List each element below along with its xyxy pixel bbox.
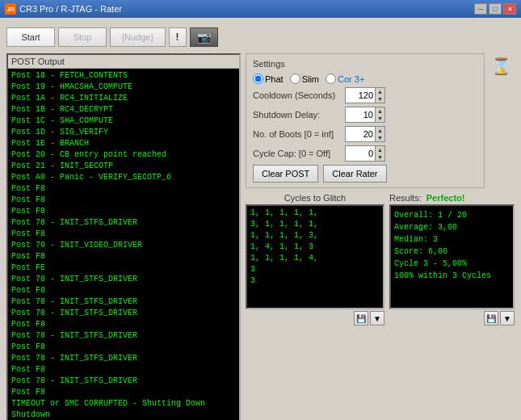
cooldown-input[interactable] xyxy=(346,88,375,103)
boots-label: No. of Boots [0 = inf] xyxy=(253,129,342,139)
boots-down[interactable]: ▼ xyxy=(375,134,384,141)
clear-post-button[interactable]: Clear POST xyxy=(253,165,318,183)
cycles-footer: 💾 ▼ xyxy=(246,309,384,327)
post-line: Post F8 xyxy=(11,251,236,262)
cycle-line: 1, 1, 1, 1, 4, xyxy=(250,253,380,264)
results-save-button[interactable]: 💾 xyxy=(484,311,498,326)
shutdown-spinner: ▲ ▼ xyxy=(375,107,384,122)
results-footer: 💾 ▼ xyxy=(389,309,515,327)
cyclecap-label: Cycle Cap: [0 = Off] xyxy=(253,149,342,158)
cyclecap-row: Cycle Cap: [0 = Off] ▲ ▼ xyxy=(253,145,477,162)
close-button[interactable]: ✕ xyxy=(503,3,516,15)
post-line: Post F8 xyxy=(11,364,236,376)
cycle-line: 3 xyxy=(250,264,380,275)
results-scroll-button[interactable]: ▼ xyxy=(500,311,515,326)
post-line: Post 1D - SIG_VERIFY xyxy=(11,127,236,138)
cooldown-input-wrapper: ▲ ▼ xyxy=(345,87,385,103)
post-line: Post F8 xyxy=(11,285,236,296)
app-icon: JR xyxy=(5,3,16,15)
post-line: Post F8 xyxy=(11,319,236,330)
post-line: Post F8 xyxy=(11,342,236,353)
post-line: Post 78 - INIT_STFS_DRIVER xyxy=(11,330,236,342)
cooldown-up[interactable]: ▲ xyxy=(375,88,384,95)
boots-up[interactable]: ▲ xyxy=(375,127,384,134)
cycle-line: 1, 1, 1, 1, 3, xyxy=(250,230,380,242)
shutdown-down[interactable]: ▼ xyxy=(375,115,384,122)
post-output-panel: POST Output Post 18 - FETCH_CONTENTSPost… xyxy=(6,53,241,420)
shutdown-label: Shutdown Delay: xyxy=(253,110,342,120)
cyclecap-down[interactable]: ▼ xyxy=(375,153,384,161)
boots-row: No. of Boots [0 = inf] ▲ ▼ xyxy=(253,126,477,142)
title-bar: JR CR3 Pro / R-JTAG - Rater ─ □ ✕ xyxy=(0,0,521,18)
result-line: Cycle 3 - 5,00% xyxy=(394,258,510,270)
result-line: Score: 6,00 xyxy=(394,246,510,258)
post-line: TIMEOUT or SMC CORRUPTED - Shutting Down xyxy=(11,398,236,410)
lower-area: POST Output Post 18 - FETCH_CONTENTSPost… xyxy=(6,53,515,420)
toolbar: Start Stop [Nudge] ! 📷 xyxy=(6,24,515,50)
cyclecap-spinner: ▲ ▼ xyxy=(375,146,384,161)
post-line: Post 1E - BRANCH xyxy=(11,138,236,149)
cycles-panel: Cycles to Glitch 1, 1, 1, 1, 1,3, 1, 1, … xyxy=(246,193,384,327)
post-line: Post 21 - INIT_SECOTP xyxy=(11,161,236,172)
cycles-save-button[interactable]: 💾 xyxy=(354,311,368,326)
cyclecap-up[interactable]: ▲ xyxy=(375,146,384,153)
result-line: Median: 3 xyxy=(394,233,510,246)
post-line: Post 78 - INIT_STFS_DRIVER xyxy=(11,353,236,364)
post-line: Post 20 - CB entry point reached xyxy=(11,149,236,161)
cooldown-label: Cooldown (Seconds) xyxy=(253,90,342,100)
stop-button[interactable]: Stop xyxy=(58,27,107,47)
post-line: Post 78 - INIT_STFS_DRIVER xyxy=(11,217,236,229)
cycles-scroll-button[interactable]: ▼ xyxy=(370,311,384,326)
settings-title: Settings xyxy=(253,59,477,69)
action-buttons-row: Clear POST Clear Rater xyxy=(253,165,477,183)
post-line: Post 1A - RC4_INITIALIZE xyxy=(11,93,236,104)
radio-row: Phat Slim Cor 3+ xyxy=(253,74,477,84)
hourglass-icon: ⌛ xyxy=(491,57,511,76)
results-panel: Results: Perfecto! Overall: 1 / 20Averag… xyxy=(389,193,515,327)
post-line: Post 1B - RC4_DECRYPT xyxy=(11,104,236,116)
post-line: Post 1C - SHA_COMPUTE xyxy=(11,116,236,127)
post-line: Post 19 - HMACSHA_COMPUTE xyxy=(11,82,236,93)
cycles-content[interactable]: 1, 1, 1, 1, 1,3, 1, 1, 1, 1,1, 1, 1, 1, … xyxy=(246,204,384,309)
nudge-button[interactable]: [Nudge] xyxy=(110,27,166,47)
radio-cor3[interactable]: Cor 3+ xyxy=(326,74,364,84)
post-output-content[interactable]: Post 18 - FETCH_CONTENTSPost 19 - HMACSH… xyxy=(8,69,239,420)
cycle-line: 3 xyxy=(250,275,380,287)
post-line: Shutdown xyxy=(11,410,236,420)
cyclecap-input-wrapper: ▲ ▼ xyxy=(345,145,385,162)
cycle-line: 3, 1, 1, 1, 1, xyxy=(250,219,380,230)
bottom-area: Cycles to Glitch 1, 1, 1, 1, 1,3, 1, 1, … xyxy=(246,193,515,327)
cycle-line: 1, 4, 1, 1, 3 xyxy=(250,242,380,253)
post-output-label: POST Output xyxy=(8,55,239,69)
boots-input[interactable] xyxy=(346,127,375,141)
radio-phat[interactable]: Phat xyxy=(253,74,284,84)
clear-rater-button[interactable]: Clear Rater xyxy=(323,165,386,183)
cooldown-down[interactable]: ▼ xyxy=(375,95,384,103)
shutdown-input-wrapper: ▲ ▼ xyxy=(345,107,385,123)
post-line: Post 18 - FETCH_CONTENTS xyxy=(11,70,236,82)
radio-slim[interactable]: Slim xyxy=(290,74,319,84)
post-line: Post FE xyxy=(11,262,236,274)
post-line: Post 70 - INIT_VIDEO_DRIVER xyxy=(11,240,236,251)
results-content[interactable]: Overall: 1 / 20Average: 3,00Median: 3Sco… xyxy=(389,204,515,309)
maximize-button[interactable]: □ xyxy=(489,3,502,15)
window-title: CR3 Pro / R-JTAG - Rater xyxy=(19,4,471,14)
preset-radio-group: Phat Slim Cor 3+ xyxy=(253,74,364,84)
results-status: Perfecto! xyxy=(426,193,465,203)
result-line: 100% within 3 Cycles xyxy=(394,270,510,282)
cycles-label: Cycles to Glitch xyxy=(246,193,384,203)
cycle-line: 1, 1, 1, 1, 1, xyxy=(250,208,380,219)
results-label: Results: xyxy=(389,193,422,203)
post-line: Post F8 xyxy=(11,387,236,398)
exclaim-button[interactable]: ! xyxy=(169,27,187,47)
post-line: Post F8 xyxy=(11,206,236,217)
cyclecap-input[interactable] xyxy=(346,146,375,161)
main-content: Start Stop [Nudge] ! 📷 POST Output Post … xyxy=(0,18,521,420)
shutdown-input[interactable] xyxy=(346,107,375,122)
result-line: Average: 3,00 xyxy=(394,221,510,233)
shutdown-up[interactable]: ▲ xyxy=(375,107,384,115)
minimize-button[interactable]: ─ xyxy=(474,3,487,15)
start-button[interactable]: Start xyxy=(6,27,55,47)
shutdown-row: Shutdown Delay: ▲ ▼ xyxy=(253,107,477,123)
camera-button[interactable]: 📷 xyxy=(190,27,218,47)
